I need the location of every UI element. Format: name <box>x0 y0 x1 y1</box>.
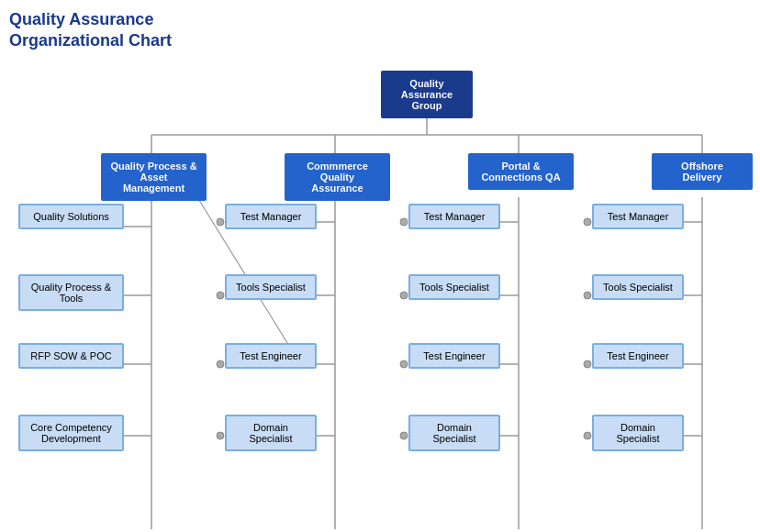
page-title: Quality Assurance Organizational Chart <box>9 9 751 52</box>
col3-row2-label: Tools Specialist <box>419 282 489 293</box>
col2-row4-node: Domain Specialist <box>225 415 317 451</box>
col3-row4-node: Domain Specialist <box>408 415 500 451</box>
svg-point-27 <box>217 218 224 226</box>
col1-row3-node: RFP SOW & POC <box>18 343 124 369</box>
col1-row1-label: Quality Solutions <box>33 211 109 222</box>
page: Quality Assurance Organizational Chart <box>0 0 760 532</box>
col1-row3-label: RFP SOW & POC <box>30 350 111 361</box>
col3-head-label: Portal & Connections QA <box>481 161 560 183</box>
col2-row1-label: Test Manager <box>240 211 302 222</box>
col2-head-label: Commmerce Quality Assurance <box>307 161 368 194</box>
root-node: Quality Assurance Group <box>381 71 473 118</box>
svg-point-34 <box>400 432 408 439</box>
svg-point-29 <box>217 360 224 368</box>
col3-head-node: Portal & Connections QA <box>468 153 574 190</box>
col2-row2-label: Tools Specialist <box>236 282 306 293</box>
svg-point-37 <box>584 360 591 368</box>
col2-row2-node: Tools Specialist <box>225 274 317 300</box>
col4-row3-node: Test Engineer <box>592 343 684 369</box>
svg-point-30 <box>217 432 224 439</box>
col1-row4-label: Core Competency Development <box>30 422 112 444</box>
col3-row1-label: Test Manager <box>424 211 486 222</box>
col1-row1-node: Quality Solutions <box>18 204 124 229</box>
col4-head-node: Offshore Delivery <box>652 153 753 190</box>
col3-row4-label: Domain Specialist <box>432 422 475 444</box>
col2-row1-node: Test Manager <box>225 204 317 229</box>
svg-point-38 <box>584 432 591 439</box>
col4-row1-label: Test Manager <box>608 211 669 222</box>
col4-head-label: Offshore Delivery <box>681 161 723 183</box>
title-line1: Quality Assurance <box>9 10 153 28</box>
col3-row1-node: Test Manager <box>408 204 500 229</box>
svg-point-35 <box>584 218 591 226</box>
title-line2: Organizational Chart <box>9 31 172 50</box>
col2-row3-node: Test Engineer <box>225 343 317 369</box>
svg-point-36 <box>584 292 591 299</box>
col1-row2-node: Quality Process & Tools <box>18 274 124 311</box>
col4-row4-node: Domain Specialist <box>592 415 684 451</box>
svg-point-32 <box>400 292 408 299</box>
col4-row2-node: Tools Specialist <box>592 274 684 300</box>
col1-head-node: Quality Process & Asset Management <box>101 153 207 201</box>
col4-row4-label: Domain Specialist <box>616 422 659 444</box>
col2-row3-label: Test Engineer <box>240 350 301 361</box>
col2-row4-label: Domain Specialist <box>249 422 292 444</box>
col2-head-node: Commmerce Quality Assurance <box>285 153 390 201</box>
col1-row2-label: Quality Process & Tools <box>31 282 111 304</box>
svg-point-33 <box>400 360 408 368</box>
col3-row2-node: Tools Specialist <box>408 274 500 300</box>
org-chart: Quality Assurance Group Quality Process … <box>9 61 751 532</box>
svg-point-28 <box>217 292 224 299</box>
col4-row1-node: Test Manager <box>592 204 684 229</box>
col4-row3-label: Test Engineer <box>607 350 668 361</box>
svg-point-31 <box>400 218 408 226</box>
col4-row2-label: Tools Specialist <box>603 282 673 293</box>
col1-head-label: Quality Process & Asset Management <box>110 161 196 194</box>
root-label: Quality Assurance Group <box>401 78 453 111</box>
col3-row3-label: Test Engineer <box>423 350 485 361</box>
col3-row3-node: Test Engineer <box>408 343 500 369</box>
col1-row4-node: Core Competency Development <box>18 415 124 451</box>
